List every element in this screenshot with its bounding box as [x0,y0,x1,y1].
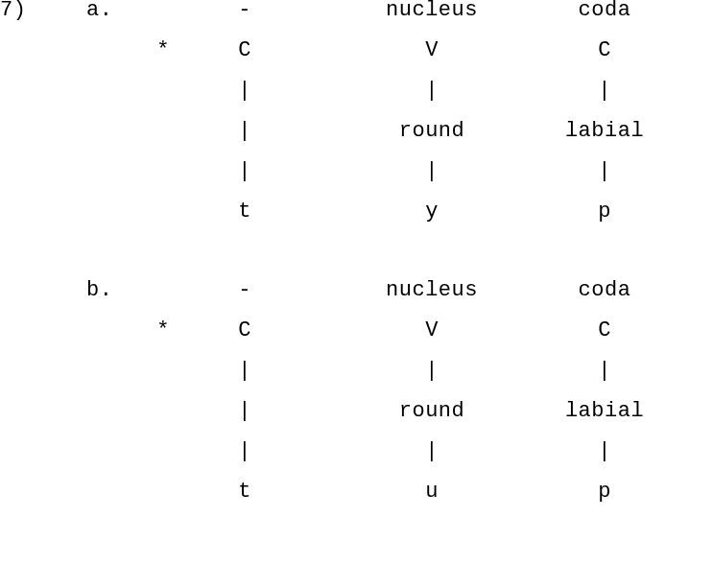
col3-slot-b: C [537,320,672,341]
row-a-slots: * C V C [0,40,713,81]
col1-header-a: - [216,0,273,21]
col1-slot-a: C [216,40,273,61]
col3-conn1-a: | [537,81,672,102]
col2-feature-b: round [365,401,499,422]
col1-conn1-b: | [216,361,273,382]
star-b: * [149,320,178,341]
col3-conn2-a: | [537,161,672,182]
col2-slot-b: V [365,320,499,341]
row-b-features: | round labial [0,401,713,441]
col2-slot-a: V [365,40,499,61]
row-b-conn-1: | | | [0,361,713,401]
col3-feature-a: labial [537,121,672,142]
row-a-conn-2: | | | [0,161,713,201]
row-b-segments: t u p [0,482,713,522]
col2-header-b: nucleus [365,280,499,301]
col3-header-a: coda [537,0,672,21]
col1-slot-b: C [216,320,273,341]
star-a: * [149,40,178,61]
diagram-gap [0,242,713,280]
col1-conn2-a: | [216,121,273,142]
example-number: 7) [0,0,38,21]
col3-header-b: coda [537,280,672,301]
col3-slot-a: C [537,40,672,61]
col2-segment-a: y [365,201,499,223]
col1-conn1-a: | [216,81,273,102]
row-a-features: | round labial [0,121,713,161]
col1-header-b: - [216,280,273,301]
row-b-conn-2: | | | [0,441,713,482]
col1-segment-b: t [216,482,273,503]
col3-conn2-b: | [537,441,672,462]
col3-segment-a: p [537,201,672,223]
row-b-header: b. - nucleus coda [0,280,713,320]
col1-conn3-b: | [216,441,273,462]
col3-feature-b: labial [537,401,672,422]
row-b-slots: * C V C [0,320,713,361]
col2-header-a: nucleus [365,0,499,21]
linguistic-diagram-page: 7) a. - nucleus coda * C V C | | | | rou… [0,0,713,522]
col2-conn2-b: | [365,441,499,462]
row-a-conn-1: | | | [0,81,713,121]
col2-segment-b: u [365,482,499,503]
col2-conn1-b: | [365,361,499,382]
col2-feature-a: round [365,121,499,142]
col3-conn1-b: | [537,361,672,382]
col2-conn2-a: | [365,161,499,182]
col2-conn1-a: | [365,81,499,102]
diagram-letter-a: a. [86,0,125,21]
col1-conn2-b: | [216,401,273,422]
col1-segment-a: t [216,201,273,223]
row-a-header: 7) a. - nucleus coda [0,0,713,40]
row-a-segments: t y p [0,201,713,242]
col1-conn3-a: | [216,161,273,182]
diagram-letter-b: b. [86,280,125,301]
col3-segment-b: p [537,482,672,503]
